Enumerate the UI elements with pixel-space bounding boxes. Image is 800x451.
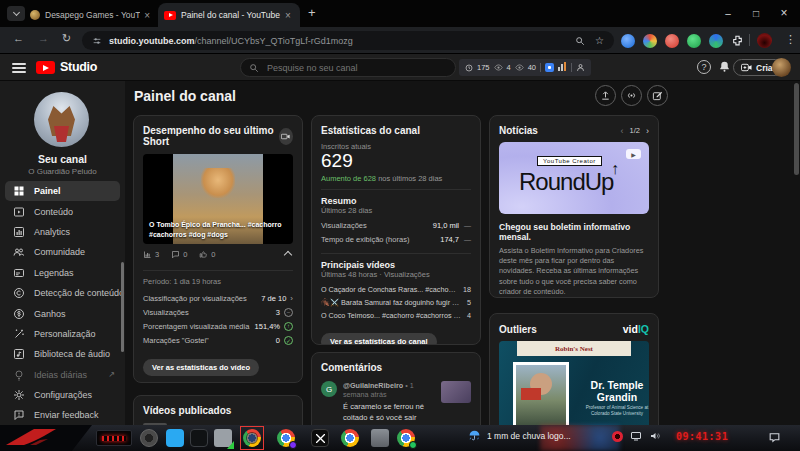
taskbar-app-icon[interactable]: [140, 429, 158, 447]
tab-close-icon[interactable]: ×: [285, 10, 291, 21]
sidebar-item-ganhos[interactable]: Ganhos: [0, 303, 125, 323]
window-maximize-button[interactable]: □: [742, 0, 770, 26]
sidebar-item-painel[interactable]: Painel: [5, 181, 120, 201]
tab-desapego-games[interactable]: Desapego Games - YouTube > ×: [24, 3, 156, 27]
chrome-profile-icon[interactable]: [277, 429, 295, 447]
main-scrollbar[interactable]: [794, 83, 799, 175]
window-close-button[interactable]: ×: [770, 0, 798, 26]
back-icon[interactable]: ←: [13, 32, 24, 44]
browser-menu-icon[interactable]: ⋮: [785, 33, 796, 46]
browser-profile-avatar[interactable]: [757, 33, 772, 48]
video-stats-button[interactable]: Ver as estatísticas do vídeo: [143, 359, 259, 376]
extension-icon[interactable]: [665, 34, 679, 48]
taskbar-clock[interactable]: 09:41:31: [676, 431, 728, 442]
chrome-profile-icon[interactable]: [341, 429, 359, 447]
sidebar-item-legendas[interactable]: Legendas: [0, 263, 125, 283]
person-icon[interactable]: [576, 63, 585, 72]
sidebar-item-deteccao[interactable]: Detecção de conteúdo: [0, 283, 125, 303]
youtube-logo-icon[interactable]: [36, 61, 55, 74]
sidebar-item-configuracoes[interactable]: Configurações: [0, 385, 125, 405]
forward-icon[interactable]: →: [38, 32, 49, 44]
short-thumbnail[interactable]: O Tombo Épico da Prancha... #cachorro #c…: [143, 154, 293, 244]
sidebar-item-analytics[interactable]: Analytics: [0, 222, 125, 242]
tab-search-button[interactable]: [7, 6, 25, 21]
comment-row[interactable]: G @GuilaineRibeiro • 1 semana atrás É ca…: [321, 381, 471, 425]
extension-icon[interactable]: [621, 34, 635, 48]
sidebar-item-ideias-diarias[interactable]: Ideias diárias ↗: [0, 365, 125, 385]
chrome-active-icon[interactable]: [243, 429, 261, 447]
reload-icon[interactable]: ↻: [62, 32, 71, 45]
camera-button[interactable]: [279, 128, 293, 145]
extension-icon[interactable]: [687, 34, 701, 48]
edit-button[interactable]: [647, 85, 668, 106]
studio-search[interactable]: [240, 58, 456, 77]
extension-icon[interactable]: [643, 34, 657, 48]
x-glyph: [316, 434, 325, 443]
studio-profile-avatar[interactable]: [772, 58, 791, 77]
summary-label: Visualizações: [321, 221, 433, 230]
extension-stats-badge[interactable]: 175 4 40: [459, 59, 591, 76]
metric-value: 3: [276, 308, 280, 317]
zoom-icon[interactable]: [575, 36, 585, 46]
sidebar-item-personalizacao[interactable]: Personalização: [0, 324, 125, 344]
top-video-row[interactable]: 🪳⚔️ Barata Samurai faz doguinho fugir em…: [321, 296, 471, 309]
subs-value: 629: [321, 151, 471, 172]
tab-painel-do-canal[interactable]: Painel do canal - YouTube Stud ×: [158, 3, 300, 27]
studio-search-input[interactable]: [265, 62, 425, 74]
channel-avatar[interactable]: [34, 92, 89, 147]
new-tab-button[interactable]: +: [308, 5, 316, 20]
help-icon[interactable]: ?: [697, 60, 711, 74]
top-video-row[interactable]: O Coco Teimoso... #cachorro #cachorros #…: [321, 309, 471, 322]
address-bar[interactable]: studio.youtube.com/channel/UCYbsY_QTioTg…: [82, 31, 614, 50]
site-info-icon[interactable]: [92, 36, 102, 46]
tab-close-icon[interactable]: ×: [144, 10, 150, 21]
sidebar-item-biblioteca-audio[interactable]: Biblioteca de áudio: [0, 344, 125, 364]
vscode-icon[interactable]: [166, 429, 184, 447]
tab-title: Painel do canal - YouTube Stud: [181, 10, 281, 20]
news-card: Notícias ‹ 1/2 › YouTube Creator RoundUp…: [489, 115, 659, 298]
weather-widget[interactable]: 1 mm de chuva logo...: [468, 429, 571, 442]
badge-divider: [571, 63, 572, 72]
upload-video-button[interactable]: [595, 85, 616, 106]
pager-next-icon[interactable]: ›: [646, 126, 649, 136]
sidebar-scrollbar[interactable]: [121, 262, 124, 352]
sidebar-item-comunidade[interactable]: Comunidade: [0, 242, 125, 262]
chart-bars-icon[interactable]: [558, 62, 567, 73]
extensions-puzzle-icon[interactable]: [731, 34, 744, 47]
tray-app-icon[interactable]: [612, 431, 623, 442]
taskbar: 1 mm de chuva logo... 09:41:31: [0, 425, 800, 451]
volume-icon[interactable]: [649, 430, 661, 442]
terminal-icon[interactable]: [190, 429, 208, 447]
capcut-icon[interactable]: [311, 429, 329, 447]
studio-brand[interactable]: Studio: [60, 60, 97, 74]
vidiq-chip-icon[interactable]: [545, 63, 554, 72]
comment-author[interactable]: @GuilaineRibeiro: [343, 381, 403, 390]
fileshare-icon[interactable]: [214, 429, 232, 447]
channel-name[interactable]: Seu canal: [0, 153, 125, 165]
sidebar-item-conteudo[interactable]: Conteúdo: [0, 201, 125, 221]
notifications-bell-icon[interactable]: [718, 60, 731, 73]
bookmark-star-icon[interactable]: ☆: [595, 35, 604, 46]
comment-video-thumbnail[interactable]: [441, 381, 471, 403]
notifications-chat-icon[interactable]: [768, 431, 781, 444]
window-minimize-button[interactable]: –: [714, 0, 742, 26]
chrome-profile-icon[interactable]: [397, 429, 415, 447]
news-banner[interactable]: YouTube Creator RoundUp ↑ ▶: [499, 142, 649, 214]
pager-prev-icon[interactable]: ‹: [621, 126, 624, 136]
top-video-row[interactable]: O Caçador de Conchas Raras... #cachorro …: [321, 283, 471, 296]
channel-stats-button[interactable]: Ver as estatísticas do canal: [321, 333, 437, 345]
collapse-chevron-icon[interactable]: [284, 251, 292, 259]
tab-favicon: [30, 10, 40, 20]
outliers-card: Outliers vidIQ Robin's Nest Dr. Temple G…: [489, 313, 659, 425]
metric-row[interactable]: Classificação por visualizações 7 de 10 …: [143, 291, 293, 305]
browser-toolbar: ← → ↻ studio.youtube.com/channel/UCYbsY_…: [0, 27, 800, 54]
commenter-avatar[interactable]: G: [321, 381, 337, 397]
short-performance-card: Desempenho do seu último Short O Tombo É…: [133, 115, 303, 383]
extension-icon[interactable]: [709, 34, 723, 48]
menu-hamburger-icon[interactable]: [12, 63, 26, 73]
sidebar-item-enviar-feedback[interactable]: Enviar feedback: [0, 405, 125, 425]
outliers-banner[interactable]: Robin's Nest Dr. Temple Grandin Professo…: [499, 341, 649, 425]
device-icon[interactable]: [371, 429, 389, 447]
go-live-button[interactable]: [621, 85, 642, 106]
network-monitor-icon[interactable]: [630, 430, 642, 442]
